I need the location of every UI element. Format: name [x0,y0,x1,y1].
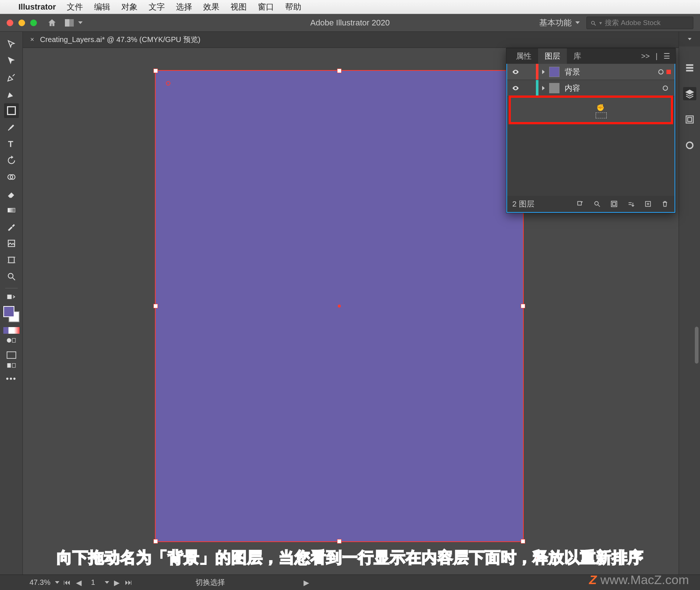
selection-tool[interactable] [4,37,19,52]
direct-selection-tool[interactable] [4,53,19,68]
menu-edit[interactable]: 编辑 [94,1,110,13]
menu-type[interactable]: 文字 [149,1,165,13]
layers-panel-footer: 2 图层 [507,196,675,212]
layers-panel-button[interactable] [683,87,696,100]
resize-handle[interactable] [337,69,342,73]
shape-builder-tool[interactable] [4,170,19,184]
zoom-level-dropdown[interactable]: 47.3% [30,578,59,587]
panel-menu-icon[interactable]: ☰ [663,52,670,60]
last-artboard-button[interactable]: ⏭ [125,579,133,587]
layer-row[interactable]: 背景 [507,64,675,80]
libraries-panel-button[interactable] [683,113,696,126]
next-artboard-button[interactable]: ▶ [113,579,121,587]
pen-tool[interactable] [4,70,19,85]
search-layers-button[interactable] [593,199,602,208]
dock-header[interactable] [679,32,700,46]
separator [5,288,18,288]
menu-object[interactable]: 对象 [121,1,138,13]
target-icon[interactable] [658,69,663,74]
artboard-number[interactable]: 1 [87,578,100,587]
properties-panel-button[interactable] [683,61,696,74]
layer-name[interactable]: 内容 [565,83,663,93]
gradient-tool[interactable] [4,203,19,218]
menu-effect[interactable]: 效果 [203,1,219,13]
tab-layers[interactable]: 图层 [538,48,567,64]
tab-properties[interactable]: 属性 [509,48,538,64]
menu-file[interactable]: 文件 [67,1,83,13]
paintbrush-tool[interactable] [4,120,19,135]
drag-ghost-icon [596,112,607,118]
svg-rect-15 [7,364,11,368]
minimize-window-button[interactable] [18,20,25,26]
tutorial-caption: 向下拖动名为「背景」的图层，当您看到一行显示在内容层下面时，释放以重新排序 [18,547,682,568]
clipping-mask-button[interactable] [610,199,618,208]
scroll-thumb[interactable] [695,327,699,364]
workspace-switcher[interactable]: 基本功能 [539,17,580,28]
fill-stroke-swap[interactable] [4,292,19,301]
document-tab[interactable]: × Creating_Layers.ai* @ 47.3% (CMYK/GPU … [23,32,679,48]
more-tools-icon[interactable]: ••• [4,375,19,382]
document-tab-title: Creating_Layers.ai* @ 47.3% (CMYK/GPU 预览… [40,35,201,45]
selection-indicator[interactable] [666,70,671,74]
layers-panel: 属性 图层 库 >> | ☰ 背景 内容 [506,48,676,213]
draw-mode[interactable] [4,336,19,345]
selected-rectangle[interactable] [155,70,524,542]
arrange-documents-button[interactable] [65,19,83,27]
place-tool[interactable] [4,236,19,251]
eyedropper-tool[interactable] [4,219,19,234]
locate-object-button[interactable] [576,199,585,208]
color-mode-strip[interactable] [3,327,20,334]
menu-view[interactable]: 视图 [231,1,247,13]
artboard-tool[interactable] [4,253,19,267]
screen-mode-button[interactable] [7,351,16,359]
menu-select[interactable]: 选择 [176,1,192,13]
resize-handle[interactable] [521,539,525,544]
resize-handle[interactable] [153,304,158,308]
window-controls [7,20,37,26]
svg-rect-14 [12,339,15,343]
watermark: Zwww.MacZ.com [589,573,689,587]
fill-stroke-color[interactable] [3,306,20,322]
new-sublayer-button[interactable] [627,199,635,208]
close-window-button[interactable] [7,20,13,26]
edit-toolbar-button[interactable] [4,361,19,370]
menu-help[interactable]: 帮助 [285,1,301,13]
fill-color-swatch[interactable] [3,306,14,317]
asset-export-button[interactable] [683,139,696,152]
visibility-toggle[interactable] [511,84,520,92]
layer-name[interactable]: 背景 [565,67,658,77]
status-tool-label[interactable]: 切换选择 [195,577,225,587]
new-layer-button[interactable] [644,199,652,208]
zoom-window-button[interactable] [30,20,37,26]
zoom-tool[interactable] [4,269,19,284]
type-tool[interactable]: T [4,136,19,151]
layer-row[interactable]: 内容 [507,80,675,96]
right-dock [679,32,700,575]
close-tab-icon[interactable]: × [30,36,34,44]
rotate-tool[interactable] [4,153,19,168]
disclosure-icon[interactable] [542,86,545,90]
curvature-tool[interactable] [4,87,19,101]
tab-libraries[interactable]: 库 [567,48,588,64]
resize-handle[interactable] [521,304,525,308]
home-icon[interactable] [47,18,57,28]
resize-handle[interactable] [153,69,158,73]
menu-window[interactable]: 窗口 [258,1,274,13]
first-artboard-button[interactable]: ⏮ [63,579,71,587]
expand-panels-button[interactable]: >> [641,52,649,60]
svg-point-21 [595,201,598,205]
visibility-toggle[interactable] [511,68,520,76]
app-name[interactable]: Illustrator [18,2,56,12]
rectangle-tool[interactable] [4,103,19,118]
stock-search-input[interactable]: ▾ 搜索 Adobe Stock [586,17,693,29]
resize-handle[interactable] [337,539,342,544]
prev-artboard-button[interactable]: ◀ [75,579,83,587]
layers-empty-area[interactable] [507,126,675,196]
disclosure-icon[interactable] [542,70,545,74]
target-icon[interactable] [663,86,668,91]
resize-handle[interactable] [153,539,158,544]
delete-layer-button[interactable] [661,199,669,208]
chevron-down-icon [105,581,109,584]
eraser-tool[interactable] [4,186,19,201]
status-play-icon[interactable]: ▶ [302,579,311,587]
